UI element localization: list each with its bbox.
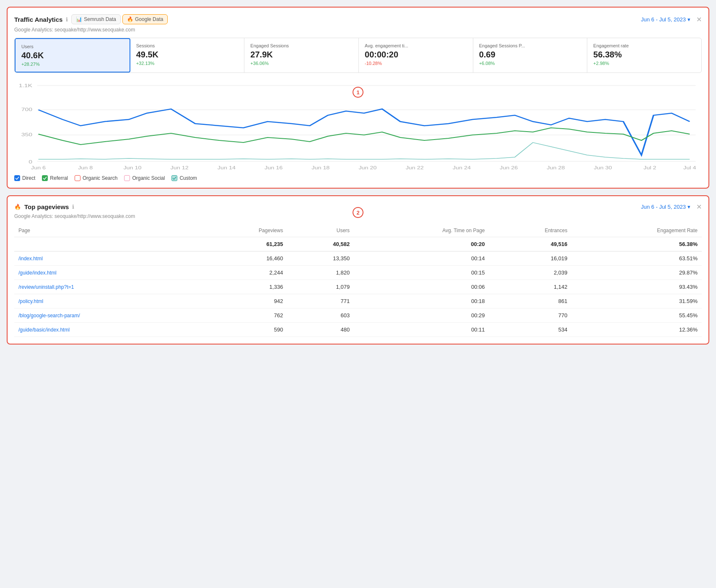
- metric-eps-change: +6.08%: [479, 61, 581, 66]
- row3-page[interactable]: /review/uninstall.php?t=1: [14, 280, 200, 294]
- legend-custom[interactable]: Custom: [171, 175, 197, 181]
- chevron-down-icon: ▾: [687, 16, 690, 23]
- widget2-badge: 2: [353, 207, 363, 218]
- metric-avg-label: Avg. engagement ti...: [365, 43, 467, 48]
- svg-text:0: 0: [29, 159, 32, 164]
- widget2-close-button[interactable]: ✕: [696, 203, 702, 211]
- total-entrances: 49,516: [489, 237, 572, 251]
- row6-avg-time: 00:11: [354, 323, 489, 337]
- col-page: Page: [14, 224, 200, 237]
- svg-text:Jun 22: Jun 22: [406, 166, 424, 170]
- row2-entrances: 2,039: [489, 266, 572, 280]
- widget1-subtitle: Google Analytics: seoquake/http://www.se…: [14, 27, 702, 33]
- pageviews-table-container: Page Pageviews Users Avg. Time on Page E…: [14, 224, 702, 337]
- widget2-date-range[interactable]: Jun 6 - Jul 5, 2023 ▾: [641, 204, 690, 210]
- metric-er-label: Engagement rate: [593, 43, 695, 48]
- legend-organic-search-label: Organic Search: [83, 175, 117, 181]
- col-engagement-rate: Engagement Rate: [571, 224, 702, 237]
- widget2-title-area: 🔥 Top pageviews ℹ: [14, 203, 74, 210]
- svg-text:Jul 2: Jul 2: [643, 166, 656, 170]
- row2-users: 1,820: [287, 266, 354, 280]
- row4-engagement: 31.59%: [571, 294, 702, 308]
- table-row: /guide/basic/index.html 590 480 00:11 53…: [14, 323, 702, 337]
- row3-users: 1,079: [287, 280, 354, 294]
- svg-text:1.1K: 1.1K: [19, 83, 33, 88]
- row5-users: 603: [287, 308, 354, 323]
- row3-pageviews: 1,336: [200, 280, 288, 294]
- svg-text:Jun 18: Jun 18: [311, 166, 329, 170]
- table-row: /policy.html 942 771 00:18 861 31.59%: [14, 294, 702, 308]
- row6-pageviews: 590: [200, 323, 288, 337]
- chart-legend: Direct Referral Organic Search Organic S…: [14, 175, 702, 181]
- row2-engagement: 29.87%: [571, 266, 702, 280]
- widget1-date-range[interactable]: Jun 6 - Jul 5, 2023 ▾: [641, 16, 690, 23]
- row5-engagement: 55.45%: [571, 308, 702, 323]
- svg-text:Jun 20: Jun 20: [358, 166, 376, 170]
- row4-page[interactable]: /policy.html: [14, 294, 200, 308]
- svg-text:Jun 10: Jun 10: [123, 166, 141, 170]
- widget1-badge-container: 1: [353, 87, 363, 98]
- google-data-tab[interactable]: 🔥 Google Data: [122, 14, 168, 24]
- metrics-row: Users 40.6K +28.27% Sessions 49.5K +32.1…: [14, 38, 702, 73]
- metric-engagement-rate[interactable]: Engagement rate 56.38% +2.98%: [587, 38, 701, 73]
- legend-custom-checkbox: [171, 175, 177, 181]
- row4-pageviews: 942: [200, 294, 288, 308]
- metric-users-change: +28.27%: [21, 62, 124, 67]
- legend-referral-label: Referral: [50, 175, 68, 181]
- total-engagement-rate: 56.38%: [571, 237, 702, 251]
- table-row: /guide/index.html 2,244 1,820 00:15 2,03…: [14, 266, 702, 280]
- svg-text:Jun 26: Jun 26: [500, 166, 518, 170]
- metric-sessions-value: 49.5K: [136, 50, 239, 60]
- metric-sessions[interactable]: Sessions 49.5K +32.13%: [130, 38, 245, 73]
- row5-page[interactable]: /blog/google-search-param/: [14, 308, 200, 323]
- legend-organic-social[interactable]: Organic Social: [124, 175, 165, 181]
- legend-organic-search-checkbox: [75, 175, 80, 181]
- metric-users-label: Users: [21, 44, 124, 49]
- semrush-icon: 📊: [76, 16, 82, 22]
- svg-text:Jun 16: Jun 16: [265, 166, 283, 170]
- svg-text:Jul 4: Jul 4: [683, 166, 696, 170]
- widget1-info-icon[interactable]: ℹ: [66, 16, 68, 23]
- widget2-controls: Jun 6 - Jul 5, 2023 ▾ ✕: [641, 203, 702, 211]
- row6-page[interactable]: /guide/basic/index.html: [14, 323, 200, 337]
- metric-engaged-value: 27.9K: [250, 50, 353, 60]
- legend-direct[interactable]: Direct: [14, 175, 35, 181]
- widget1-close-button[interactable]: ✕: [696, 16, 702, 23]
- row5-entrances: 770: [489, 308, 572, 323]
- row5-avg-time: 00:29: [354, 308, 489, 323]
- legend-referral[interactable]: Referral: [42, 175, 68, 181]
- legend-organic-social-label: Organic Social: [132, 175, 165, 181]
- row6-engagement: 12.36%: [571, 323, 702, 337]
- svg-text:Jun 30: Jun 30: [594, 166, 612, 170]
- legend-organic-search[interactable]: Organic Search: [75, 175, 117, 181]
- metric-engaged-sessions[interactable]: Engaged Sessions 27.9K +36.06%: [244, 38, 359, 73]
- metric-engaged-per-session[interactable]: Engaged Sessions P... 0.69 +6.08%: [473, 38, 588, 73]
- table-body: 61,235 40,582 00:20 49,516 56.38% /index…: [14, 237, 702, 337]
- metric-engaged-change: +36.06%: [250, 61, 353, 66]
- widget1-controls: Jun 6 - Jul 5, 2023 ▾ ✕: [641, 16, 702, 23]
- metric-er-change: +2.98%: [593, 61, 695, 66]
- legend-custom-label: Custom: [179, 175, 197, 181]
- metric-avg-engagement[interactable]: Avg. engagement ti... 00:00:20 -10.28%: [359, 38, 473, 73]
- legend-organic-social-checkbox: [124, 175, 130, 181]
- metric-avg-value: 00:00:20: [365, 50, 467, 60]
- metric-users[interactable]: Users 40.6K +28.27%: [15, 38, 130, 73]
- svg-text:700: 700: [21, 107, 33, 112]
- metric-er-value: 56.38%: [593, 50, 695, 60]
- traffic-analytics-widget: Traffic Analytics ℹ 📊 Semrush Data 🔥 Goo…: [7, 7, 709, 189]
- col-avg-time: Avg. Time on Page: [354, 224, 489, 237]
- metric-eps-value: 0.69: [479, 50, 581, 60]
- svg-text:Jun 12: Jun 12: [171, 166, 189, 170]
- row2-page[interactable]: /guide/index.html: [14, 266, 200, 280]
- row2-avg-time: 00:15: [354, 266, 489, 280]
- col-entrances: Entrances: [489, 224, 572, 237]
- widget2-badge-container: 2: [353, 207, 363, 218]
- row1-entrances: 16,019: [489, 251, 572, 266]
- metric-avg-change: -10.28%: [365, 61, 467, 66]
- row1-avg-time: 00:14: [354, 251, 489, 266]
- widget1-title: Traffic Analytics: [14, 16, 62, 23]
- row1-page[interactable]: /index.html: [14, 251, 200, 266]
- widget2-info-icon[interactable]: ℹ: [72, 204, 74, 210]
- semrush-data-tab[interactable]: 📊 Semrush Data: [71, 14, 121, 24]
- widget2-fire-icon: 🔥: [14, 204, 21, 210]
